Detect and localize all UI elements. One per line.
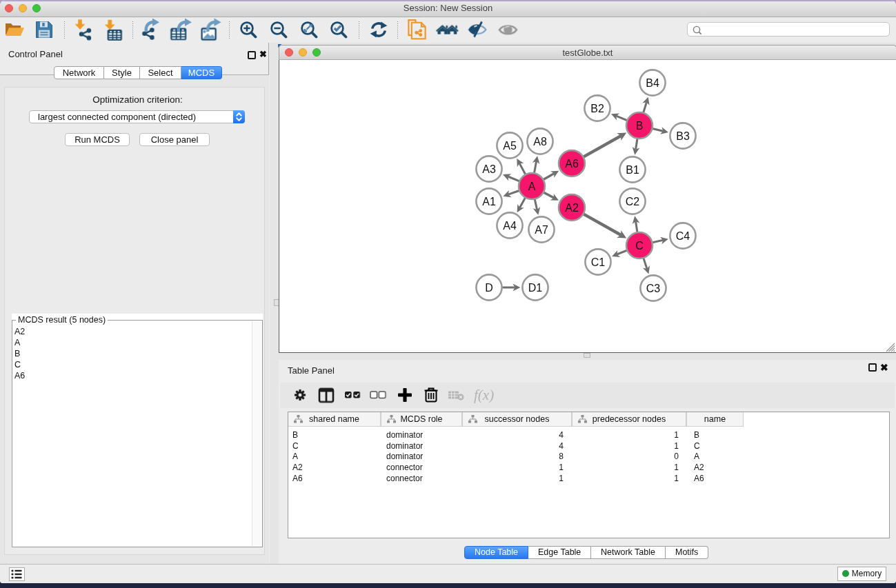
svg-text:C1: C1 xyxy=(591,256,606,268)
svg-text:B1: B1 xyxy=(626,164,639,176)
svg-text:C: C xyxy=(635,240,644,252)
svg-text:C2: C2 xyxy=(626,196,640,207)
svg-text:A1: A1 xyxy=(482,196,496,207)
svg-text:f(x): f(x) xyxy=(474,387,494,403)
svg-text:D1: D1 xyxy=(528,282,543,294)
svg-text:A2: A2 xyxy=(565,202,579,214)
svg-text:B4: B4 xyxy=(646,77,659,89)
svg-text:A4: A4 xyxy=(503,220,517,232)
svg-text:C4: C4 xyxy=(676,230,690,242)
svg-text:A5: A5 xyxy=(503,140,517,152)
svg-text:A7: A7 xyxy=(535,224,548,236)
svg-text:D: D xyxy=(485,282,493,294)
svg-text:B3: B3 xyxy=(676,130,690,142)
svg-text:C3: C3 xyxy=(646,283,661,294)
svg-text:B2: B2 xyxy=(590,103,604,114)
svg-text:A3: A3 xyxy=(482,163,496,175)
svg-text:A8: A8 xyxy=(533,136,547,148)
svg-text:A: A xyxy=(528,181,536,192)
svg-text:B: B xyxy=(636,120,644,132)
svg-text:A6: A6 xyxy=(565,158,579,170)
